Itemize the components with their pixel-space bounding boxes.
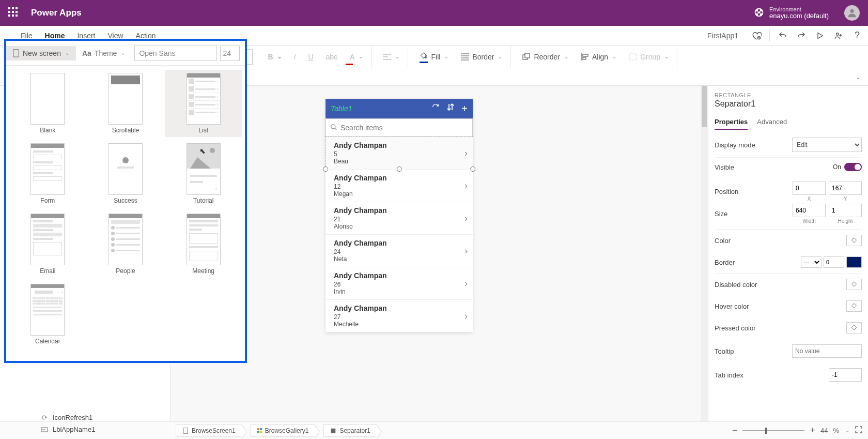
chevron-right-icon[interactable]: › bbox=[464, 213, 468, 224]
zoom-out-button[interactable]: − bbox=[732, 425, 738, 436]
size-h-input[interactable] bbox=[829, 204, 862, 217]
svg-rect-14 bbox=[583, 54, 588, 56]
svg-rect-23 bbox=[13, 49, 19, 56]
group-button[interactable]: Group⌄ bbox=[624, 50, 674, 64]
ov-new-screen[interactable]: New screen⌄ bbox=[6, 46, 75, 60]
prop-size: Size bbox=[715, 210, 727, 218]
ov-theme[interactable]: Aa Theme⌄ bbox=[76, 46, 131, 60]
tooltip-input[interactable] bbox=[792, 344, 862, 358]
visible-toggle[interactable]: On bbox=[833, 163, 862, 171]
chevron-down-icon[interactable]: ⌄ bbox=[845, 428, 849, 433]
app-title-label: Table1 bbox=[331, 104, 352, 113]
template-scrollable[interactable]: Scrollable bbox=[87, 70, 164, 137]
gallery-item[interactable]: Andy Champan 5 Beau › bbox=[326, 137, 473, 169]
strikethrough-button[interactable]: abc bbox=[321, 50, 343, 64]
template-people[interactable]: People bbox=[87, 210, 164, 278]
size-w-input[interactable] bbox=[793, 204, 826, 217]
prop-disabled-color: Disabled color bbox=[715, 281, 757, 289]
underline-button[interactable]: U bbox=[303, 50, 318, 64]
search-input[interactable] bbox=[340, 124, 468, 132]
border-label: Border bbox=[472, 53, 494, 61]
scrollbar[interactable] bbox=[701, 86, 708, 421]
add-icon[interactable]: + bbox=[461, 103, 468, 115]
tab-advanced[interactable]: Advanced bbox=[757, 115, 787, 130]
template-list[interactable]: › › › › › List bbox=[165, 70, 242, 137]
chevron-right-icon[interactable]: › bbox=[464, 311, 468, 322]
align-label: Align bbox=[592, 53, 608, 61]
font-color-button[interactable]: A⌄ bbox=[345, 50, 368, 64]
template-meeting[interactable]: Meeting bbox=[165, 210, 242, 278]
display-mode-select[interactable]: Edit bbox=[792, 138, 862, 152]
health-icon[interactable] bbox=[751, 30, 762, 41]
pressed-color-picker[interactable] bbox=[846, 322, 862, 334]
hover-color-picker[interactable] bbox=[846, 300, 862, 312]
italic-button[interactable]: I bbox=[289, 50, 301, 64]
play-icon[interactable] bbox=[814, 30, 826, 41]
color-picker-button[interactable] bbox=[846, 235, 862, 246]
template-calendar[interactable]: ‹› Calendar bbox=[9, 281, 86, 348]
ov-font-select[interactable] bbox=[134, 46, 217, 61]
reorder-button[interactable]: Reorder⌄ bbox=[517, 50, 574, 64]
template-email[interactable]: Email bbox=[9, 210, 86, 278]
position-y-input[interactable] bbox=[829, 181, 862, 195]
undo-icon[interactable] bbox=[777, 30, 788, 41]
sort-icon[interactable] bbox=[447, 103, 454, 115]
svg-rect-22 bbox=[331, 428, 336, 433]
avatar[interactable] bbox=[844, 5, 860, 21]
environment-block[interactable]: Environment enayu.com (default) bbox=[769, 6, 829, 20]
prop-hover-color: Hover color bbox=[715, 302, 749, 310]
bottom-bar: BrowseScreen1 BrowseGallery1 Separator1 … bbox=[0, 421, 868, 439]
chevron-right-icon[interactable]: › bbox=[464, 180, 468, 191]
bold-button[interactable]: B⌄ bbox=[262, 50, 286, 64]
template-blank[interactable]: Blank bbox=[9, 70, 86, 137]
disabled-color-picker[interactable] bbox=[846, 279, 862, 290]
tab-properties[interactable]: Properties bbox=[715, 115, 748, 130]
svg-line-20 bbox=[335, 128, 337, 130]
gallery-item[interactable]: Andy Champan27Mechelle › bbox=[326, 299, 473, 332]
tree-item-iconrefresh[interactable]: ⟳ IconRefresh1 bbox=[40, 412, 95, 423]
border-button[interactable]: Border⌄ bbox=[456, 50, 507, 64]
template-form[interactable]: Form bbox=[9, 140, 86, 207]
tree-item-lblappname[interactable]: LblAppName1 bbox=[40, 423, 95, 435]
app-title: Power Apps bbox=[31, 8, 82, 18]
zoom-slider[interactable] bbox=[742, 430, 804, 431]
refresh-icon[interactable] bbox=[431, 103, 440, 115]
app-header: Power Apps Environment enayu.com (defaul… bbox=[0, 0, 868, 26]
chevron-down-icon[interactable]: ⌄ bbox=[856, 73, 861, 81]
chevron-right-icon[interactable]: › bbox=[464, 148, 468, 159]
app-preview: Table1 + Andy Champan 5 Beau › bbox=[326, 99, 473, 332]
breadcrumb-screen[interactable]: BrowseScreen1 bbox=[176, 425, 242, 437]
gallery-item[interactable]: Andy Champan21Alonso › bbox=[326, 202, 473, 234]
gallery-item[interactable]: Andy Champan26Irvin › bbox=[326, 267, 473, 299]
fit-icon[interactable] bbox=[855, 426, 863, 435]
canvas[interactable]: Table1 + Andy Champan 5 Beau › bbox=[171, 86, 708, 421]
waffle-icon[interactable] bbox=[8, 7, 20, 19]
group-label: Group bbox=[640, 53, 660, 61]
share-icon[interactable] bbox=[833, 30, 844, 41]
h-align-button[interactable]: ⌄ bbox=[378, 50, 405, 64]
selected-type: RECTANGLE bbox=[715, 92, 862, 98]
fill-button[interactable]: Fill⌄ bbox=[414, 49, 454, 65]
tab-index-input[interactable] bbox=[829, 368, 862, 382]
breadcrumb-gallery[interactable]: BrowseGallery1 bbox=[251, 425, 316, 437]
breadcrumb-separator[interactable]: Separator1 bbox=[323, 425, 377, 437]
fill-icon bbox=[420, 52, 428, 62]
ov-size-input[interactable] bbox=[220, 46, 240, 61]
gallery-item[interactable]: Andy Champan24Neta › bbox=[326, 234, 473, 267]
help-icon[interactable]: ? bbox=[851, 30, 863, 41]
svg-point-2 bbox=[836, 33, 839, 35]
border-color-swatch[interactable] bbox=[846, 256, 862, 268]
redo-icon[interactable] bbox=[796, 30, 807, 41]
chevron-right-icon[interactable]: › bbox=[464, 278, 468, 289]
search-bar[interactable] bbox=[326, 118, 473, 137]
position-x-input[interactable] bbox=[793, 181, 826, 195]
template-tutorial[interactable]: › Tutorial bbox=[165, 140, 242, 207]
app-header-bar: Table1 + bbox=[326, 99, 473, 118]
border-style-select[interactable]: — bbox=[801, 256, 822, 268]
chevron-right-icon[interactable]: › bbox=[464, 246, 468, 256]
zoom-in-button[interactable]: + bbox=[810, 425, 815, 436]
align-button[interactable]: Align⌄ bbox=[576, 50, 622, 64]
border-width-input[interactable] bbox=[824, 256, 844, 268]
gallery-item[interactable]: Andy Champan12Megan › bbox=[326, 169, 473, 202]
template-success[interactable]: Success bbox=[87, 140, 164, 207]
